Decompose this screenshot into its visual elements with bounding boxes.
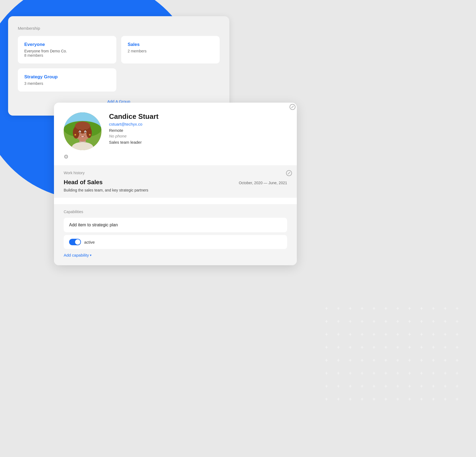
plus-decoration: + bbox=[337, 345, 341, 350]
work-title: Head of Sales bbox=[64, 179, 103, 186]
plus-decoration: + bbox=[361, 358, 365, 363]
plus-decoration: + bbox=[408, 371, 412, 376]
capabilities-section: Capabilities Add item to strategic plan … bbox=[54, 204, 297, 265]
add-capability-label: Add capability bbox=[64, 253, 89, 257]
plus-decoration: + bbox=[455, 358, 460, 363]
plus-decoration: + bbox=[432, 332, 436, 337]
profile-card: Candice Stuart cstuart@techyx.co Remote … bbox=[54, 103, 297, 265]
membership-card: Membership Everyone Everyone from Demo C… bbox=[8, 16, 229, 116]
profile-header: Candice Stuart cstuart@techyx.co Remote … bbox=[54, 103, 297, 150]
group-card-strategy[interactable]: Strategy Group 3 members bbox=[18, 68, 116, 92]
plus-decoration: + bbox=[444, 358, 448, 363]
capability-toggle-row: active bbox=[64, 235, 287, 249]
work-history-edit-button[interactable] bbox=[286, 170, 292, 177]
plus-decoration: + bbox=[432, 345, 436, 350]
plus-grid-decoration: ++++++++++++++++++++++++++++++++++++++++… bbox=[325, 306, 460, 441]
work-dates: October, 2020 — June, 2021 bbox=[239, 181, 287, 185]
plus-decoration: + bbox=[372, 358, 377, 363]
plus-decoration: + bbox=[420, 371, 424, 376]
plus-decoration: + bbox=[396, 358, 400, 363]
plus-decoration: + bbox=[325, 358, 329, 363]
group-name-sales: Sales bbox=[128, 42, 213, 47]
chevron-down-icon: ▾ bbox=[90, 253, 91, 257]
plus-decoration: + bbox=[361, 384, 365, 389]
plus-decoration: + bbox=[432, 306, 436, 311]
plus-decoration: + bbox=[384, 345, 389, 350]
plus-decoration: + bbox=[337, 358, 341, 363]
plus-decoration: + bbox=[396, 332, 400, 337]
plus-decoration: + bbox=[396, 371, 400, 376]
plus-decoration: + bbox=[361, 332, 365, 337]
plus-decoration: + bbox=[432, 358, 436, 363]
work-description: Building the sales team, and key strateg… bbox=[64, 188, 287, 192]
plus-decoration: + bbox=[420, 332, 424, 337]
profile-role: Sales team leader bbox=[109, 140, 287, 145]
profile-info: Candice Stuart cstuart@techyx.co Remote … bbox=[109, 112, 287, 145]
profile-name: Candice Stuart bbox=[109, 112, 287, 121]
settings-area: ⚙ bbox=[54, 150, 297, 165]
plus-decoration: + bbox=[337, 332, 341, 337]
plus-decoration: + bbox=[337, 319, 341, 324]
plus-decoration: + bbox=[372, 306, 377, 311]
svg-point-12 bbox=[79, 132, 81, 133]
plus-decoration: + bbox=[361, 396, 365, 402]
plus-decoration: + bbox=[396, 319, 400, 324]
plus-decoration: + bbox=[455, 319, 460, 324]
plus-decoration: + bbox=[408, 345, 412, 350]
plus-decoration: + bbox=[432, 396, 436, 402]
svg-point-17 bbox=[74, 134, 76, 136]
group-members-everyone: 8 members bbox=[24, 53, 110, 58]
plus-decoration: + bbox=[432, 371, 436, 376]
group-card-sales[interactable]: Sales 2 members bbox=[121, 36, 220, 63]
plus-decoration: + bbox=[396, 345, 400, 350]
no-entry-icon bbox=[290, 104, 295, 110]
plus-decoration: + bbox=[444, 345, 448, 350]
plus-decoration: + bbox=[349, 384, 353, 389]
plus-decoration: + bbox=[337, 371, 341, 376]
plus-decoration: + bbox=[361, 306, 365, 311]
plus-decoration: + bbox=[444, 396, 448, 402]
plus-decoration: + bbox=[396, 384, 400, 389]
plus-decoration: + bbox=[384, 319, 389, 324]
plus-decoration: + bbox=[420, 345, 424, 350]
section-gap bbox=[54, 198, 297, 201]
profile-edit-button[interactable] bbox=[288, 103, 297, 111]
plus-decoration: + bbox=[455, 384, 460, 389]
plus-decoration: + bbox=[349, 306, 353, 311]
plus-decoration: + bbox=[337, 396, 341, 402]
plus-decoration: + bbox=[455, 396, 460, 402]
active-toggle[interactable] bbox=[69, 239, 81, 245]
svg-point-18 bbox=[89, 134, 91, 136]
plus-decoration: + bbox=[325, 396, 329, 402]
plus-decoration: + bbox=[349, 332, 353, 337]
plus-decoration: + bbox=[384, 371, 389, 376]
plus-decoration: + bbox=[361, 319, 365, 324]
profile-email: cstuart@techyx.co bbox=[109, 122, 287, 126]
plus-decoration: + bbox=[349, 396, 353, 402]
profile-phone: No phone bbox=[109, 134, 287, 138]
plus-decoration: + bbox=[349, 358, 353, 363]
svg-point-16 bbox=[82, 133, 83, 135]
plus-decoration: + bbox=[455, 345, 460, 350]
plus-decoration: + bbox=[349, 345, 353, 350]
plus-decoration: + bbox=[420, 396, 424, 402]
plus-decoration: + bbox=[372, 396, 377, 402]
group-card-everyone[interactable]: Everyone Everyone from Demo Co. 8 member… bbox=[18, 36, 116, 63]
plus-decoration: + bbox=[372, 332, 377, 337]
profile-location: Remote bbox=[109, 128, 287, 133]
svg-point-15 bbox=[85, 132, 86, 132]
plus-decoration: + bbox=[325, 345, 329, 350]
capabilities-label: Capabilities bbox=[64, 210, 287, 214]
work-title-row: Head of Sales October, 2020 — June, 2021 bbox=[64, 179, 287, 186]
avatar-image bbox=[64, 112, 101, 150]
plus-decoration: + bbox=[420, 358, 424, 363]
plus-decoration: + bbox=[444, 332, 448, 337]
settings-icon[interactable]: ⚙ bbox=[64, 153, 69, 160]
plus-decoration: + bbox=[396, 306, 400, 311]
plus-decoration: + bbox=[372, 384, 377, 389]
membership-label: Membership bbox=[18, 26, 220, 31]
add-capability-link[interactable]: Add capability ▾ bbox=[64, 253, 91, 257]
plus-decoration: + bbox=[408, 358, 412, 363]
group-name-strategy: Strategy Group bbox=[24, 74, 110, 80]
plus-decoration: + bbox=[408, 396, 412, 402]
